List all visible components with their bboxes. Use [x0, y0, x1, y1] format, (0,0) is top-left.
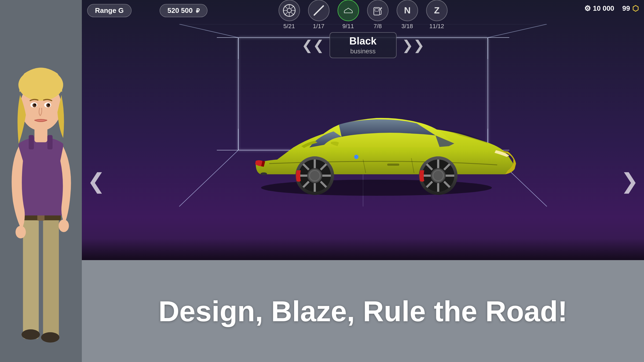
- wheels-label: 5/21: [283, 23, 295, 30]
- gas-icon-circle: [367, 0, 389, 21]
- svg-point-79: [310, 171, 320, 180]
- car-display: [189, 54, 537, 209]
- svg-line-25: [285, 6, 287, 9]
- z-badge-label: 11/12: [429, 23, 444, 30]
- coins-icon: ⚙: [584, 4, 591, 13]
- svg-point-67: [433, 171, 443, 180]
- svg-point-52: [261, 180, 492, 196]
- nav-next-button[interactable]: ❯: [621, 169, 639, 194]
- svg-text:N: N: [404, 5, 411, 15]
- nav-prev-button[interactable]: ❮: [87, 169, 105, 194]
- svg-point-13: [16, 226, 26, 238]
- z-badge-icon-item[interactable]: Z 11/12: [426, 0, 448, 30]
- svg-point-55: [261, 172, 267, 175]
- color-selector: ❮❮ Black business ❯❯: [302, 32, 425, 58]
- game-area: Range G 520 500 ₽: [82, 0, 644, 362]
- body-label: 9/11: [342, 23, 354, 30]
- tagline-text: Design, Blaze, Rule the Road!: [158, 294, 567, 328]
- z-badge-icon-circle: Z: [426, 0, 448, 21]
- svg-line-27: [291, 6, 294, 9]
- body-icon-item[interactable]: 9/11: [338, 0, 359, 30]
- price-badge: 520 500 ₽: [160, 4, 207, 17]
- svg-rect-16: [47, 135, 53, 150]
- svg-point-14: [58, 219, 69, 232]
- currency-symbol: ₽: [196, 8, 200, 14]
- color-prev-button[interactable]: ❮❮: [302, 39, 324, 52]
- svg-rect-0: [23, 218, 39, 339]
- resources-bar: ⚙ 10 000 99 ⬡: [584, 4, 639, 13]
- color-type: business: [343, 47, 383, 55]
- price-value: 520 500: [167, 6, 193, 14]
- stripe-label: 1/17: [313, 23, 324, 30]
- body-icon-circle: [338, 0, 359, 21]
- top-bar: Range G 520 500 ₽: [82, 0, 644, 29]
- gas-label: 7/8: [374, 23, 382, 30]
- n-badge-icon-item[interactable]: N 3/18: [397, 0, 418, 30]
- color-name: Black: [343, 35, 383, 47]
- svg-text:Z: Z: [434, 5, 440, 15]
- gas-icon-item[interactable]: 7/8: [367, 0, 389, 30]
- svg-rect-15: [29, 135, 34, 150]
- svg-point-18: [41, 332, 59, 343]
- wheels-icon-circle: [279, 0, 300, 21]
- customization-icons: 5/21 1/17: [279, 0, 448, 30]
- svg-line-29: [314, 6, 323, 15]
- character-panel: [0, 0, 82, 362]
- stripe-icon-item[interactable]: 1/17: [308, 0, 330, 30]
- coins-value: 10 000: [593, 4, 614, 13]
- svg-rect-53: [387, 164, 399, 166]
- svg-point-12: [48, 104, 50, 105]
- wheels-icon-item[interactable]: 5/21: [279, 0, 300, 30]
- character-illustration: [0, 0, 82, 362]
- gems-value: 99: [622, 4, 630, 13]
- svg-rect-1: [43, 218, 59, 339]
- n-badge-label: 3/18: [401, 23, 413, 30]
- car-illustration: [202, 64, 524, 198]
- svg-point-11: [34, 104, 36, 105]
- floor-gradient: [82, 239, 644, 260]
- coins-resource: ⚙ 10 000: [584, 4, 614, 13]
- range-badge: Range G: [87, 4, 131, 17]
- gems-icon: ⬡: [632, 4, 639, 13]
- color-next-button[interactable]: ❯❯: [402, 39, 425, 52]
- svg-rect-32: [375, 9, 379, 11]
- svg-line-26: [291, 12, 294, 15]
- svg-point-17: [21, 329, 40, 340]
- range-label: Range G: [95, 6, 124, 14]
- svg-line-28: [285, 12, 287, 15]
- gems-resource: 99 ⬡: [622, 4, 639, 13]
- stripe-icon-circle: [308, 0, 330, 21]
- color-name-box: Black business: [330, 32, 397, 58]
- svg-point-80: [354, 155, 358, 159]
- svg-point-20: [287, 8, 291, 13]
- n-badge-icon-circle: N: [397, 0, 418, 21]
- bottom-section: Design, Blaze, Rule the Road!: [82, 260, 644, 362]
